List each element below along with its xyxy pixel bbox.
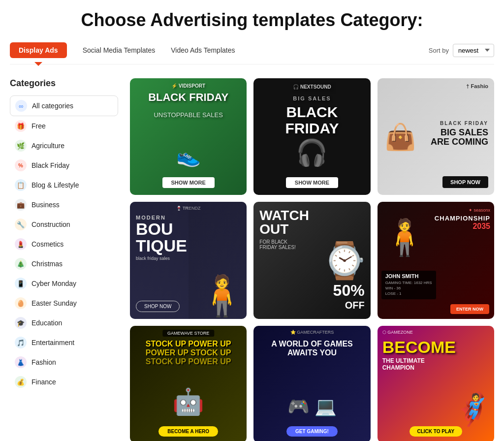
card-percent: 50% bbox=[333, 282, 365, 300]
sidebar-item-label-christmas: Christmas bbox=[32, 260, 63, 268]
card-game-icons: 🎮💻 bbox=[287, 396, 337, 417]
sidebar-item-all[interactable]: ∞ All categories bbox=[10, 95, 118, 116]
cybermonday-icon: 📱 bbox=[15, 278, 27, 289]
sidebar-item-business[interactable]: 💼 Business bbox=[10, 195, 118, 215]
ad-card-boutique[interactable]: 🍷 TRENDZ MODERN BOUTIQUE black friday sa… bbox=[130, 202, 247, 318]
business-icon: 💼 bbox=[15, 199, 27, 211]
card-cta[interactable]: SHOP NOW bbox=[136, 301, 180, 312]
card-cta[interactable]: GET GAMING! bbox=[286, 426, 338, 437]
sidebar-item-education[interactable]: 🎓 Education bbox=[10, 313, 118, 333]
card-year: 2035 bbox=[435, 222, 490, 231]
blog-icon: 📋 bbox=[15, 179, 27, 191]
education-icon: 🎓 bbox=[15, 317, 27, 329]
sidebar-item-blog[interactable]: 📋 Blog & Lifestyle bbox=[10, 175, 118, 195]
sidebar: Categories ∞ All categories 🎁 Free 🌿 Agr… bbox=[10, 78, 118, 441]
sidebar-item-label-construction: Construction bbox=[32, 220, 70, 228]
card-player-name: JOHN SMITH bbox=[385, 273, 432, 279]
sidebar-item-label-cosmetics: Cosmetics bbox=[32, 240, 63, 248]
card-line1: A WORLD OF GAMES bbox=[271, 340, 353, 348]
ad-card-gamezone[interactable]: ⬡ GAMEZONE BECOME THE ULTIMATECHAMPION 🦸… bbox=[378, 326, 494, 441]
sidebar-item-label-all: All categories bbox=[32, 102, 73, 110]
top-navigation: Display Ads Social Media Templates Video… bbox=[10, 42, 494, 64]
ad-card-bf-fashion[interactable]: † Fashio 👜 BLACK FRIDAY BIG SALESARE COM… bbox=[378, 78, 494, 195]
sort-label: Sort by bbox=[429, 47, 449, 54]
card-cta[interactable]: BECOME A HERO bbox=[158, 426, 218, 437]
ad-card-watch[interactable]: WATCHOUT FOR BLACKFRIDAY SALES! ⌚ 50% OF… bbox=[253, 202, 370, 318]
blackfriday-icon: % bbox=[15, 159, 27, 171]
card-sub: black friday sales bbox=[136, 256, 187, 261]
finance-icon: 💰 bbox=[15, 376, 27, 388]
card-line2: AWAITS YOU bbox=[271, 348, 353, 357]
sidebar-item-finance[interactable]: 💰 Finance bbox=[10, 372, 118, 392]
sort-select[interactable]: newest oldest popular bbox=[453, 44, 494, 57]
person-icon: 🧍 bbox=[197, 273, 247, 319]
card-brand: ⭐ GAMECRAFTERS bbox=[290, 330, 334, 335]
eastersunday-icon: 🥚 bbox=[15, 297, 27, 309]
card-title: CHAMPIONSHIP bbox=[435, 215, 490, 222]
card-cta[interactable]: SHOW MORE bbox=[162, 177, 215, 188]
page-title: Choose Advertising templates Category: bbox=[10, 10, 494, 31]
ad-grid-area: ⚡ VidiSport BLACK FRIDAY unstoppable sal… bbox=[130, 78, 494, 441]
card-big: BOUTIQUE bbox=[136, 220, 187, 254]
fashion-icon: 👗 bbox=[15, 356, 27, 368]
ad-grid: ⚡ VidiSport BLACK FRIDAY unstoppable sal… bbox=[130, 78, 494, 441]
sidebar-item-label-eastersunday: Easter Sunday bbox=[32, 299, 77, 307]
sidebar-item-fashion[interactable]: 👗 Fashion bbox=[10, 352, 118, 372]
card-brand: ✦ seasonx bbox=[435, 208, 490, 213]
ad-card-gamewave[interactable]: GAMEWAVE STORE STOCK UP POWER UP POWER U… bbox=[130, 326, 247, 441]
sidebar-item-blackfriday[interactable]: % Black Friday bbox=[10, 156, 118, 175]
ad-card-gamecrafters[interactable]: ⭐ GAMECRAFTERS A WORLD OF GAMES AWAITS Y… bbox=[253, 326, 370, 441]
card-line2: POWER UP STOCK UP bbox=[146, 348, 231, 357]
card-brand: ⚡ VidiSport bbox=[171, 83, 205, 89]
card-headline: BIG SALESARE COMING bbox=[431, 128, 488, 148]
ad-card-championship[interactable]: 🧍 ✦ seasonx CHAMPIONSHIP 2035 JOHN SMITH… bbox=[378, 202, 494, 318]
card-sub: THE ULTIMATECHAMPION bbox=[382, 357, 456, 371]
sidebar-item-label-agriculture: Agriculture bbox=[32, 142, 64, 150]
hero-image: 🤖 bbox=[172, 387, 204, 417]
card-cta[interactable]: ENTER NOW bbox=[450, 304, 489, 314]
christmas-icon: 🎄 bbox=[15, 258, 27, 270]
card-person-overlay: 🧍 bbox=[189, 202, 247, 318]
sidebar-item-label-business: Business bbox=[32, 201, 60, 209]
social-media-tab[interactable]: Social Media Templates bbox=[83, 42, 156, 58]
sidebar-item-label-fashion: Fashion bbox=[32, 358, 56, 366]
card-brand: 🎧 NEXTSOUND bbox=[293, 84, 331, 90]
card-stats: GAMING TIME: 1632 HRSWIN - 36LOSE - 1 bbox=[385, 280, 432, 297]
card-line3: STOCK UP POWER UP bbox=[146, 357, 231, 366]
sidebar-item-eastersunday[interactable]: 🥚 Easter Sunday bbox=[10, 293, 118, 313]
display-ads-tab[interactable]: Display Ads bbox=[10, 42, 67, 58]
free-icon: 🎁 bbox=[15, 120, 27, 132]
card-bag-image: 👜 bbox=[384, 122, 416, 152]
sidebar-item-label-blackfriday: Black Friday bbox=[32, 161, 69, 169]
sidebar-item-label-free: Free bbox=[32, 122, 46, 130]
card-big: BECOME bbox=[382, 339, 456, 355]
sidebar-item-label-blog: Blog & Lifestyle bbox=[32, 181, 79, 189]
construction-icon: 🔧 bbox=[15, 219, 27, 230]
sidebar-item-free[interactable]: 🎁 Free bbox=[10, 116, 118, 136]
hero-image: 🦸 bbox=[453, 391, 492, 428]
card-watch-out: WATCHOUT bbox=[259, 209, 309, 236]
card-sub: FOR BLACKFRIDAY SALES! bbox=[259, 239, 309, 250]
card-cta[interactable]: SHOP NOW bbox=[442, 176, 488, 188]
sidebar-item-label-education: Education bbox=[32, 319, 62, 327]
ad-card-bf-sound[interactable]: 🎧 NEXTSOUND BIG SALES BLACKFRIDAY 🎧 SHOW… bbox=[253, 78, 370, 195]
sidebar-item-cosmetics[interactable]: 💄 Cosmetics bbox=[10, 234, 118, 254]
person-image: 🧍 bbox=[382, 217, 427, 258]
card-big-label: BIG SALES bbox=[293, 95, 331, 101]
all-icon: ∞ bbox=[15, 100, 27, 112]
entertainment-icon: 🎵 bbox=[15, 337, 27, 348]
video-ads-tab[interactable]: Video Ads Templates bbox=[171, 42, 235, 58]
card-cta[interactable]: SHOW MORE bbox=[286, 177, 338, 188]
card-line1: STOCK UP POWER UP bbox=[146, 340, 231, 348]
sort-area: Sort by newest oldest popular bbox=[429, 44, 494, 57]
sidebar-item-agriculture[interactable]: 🌿 Agriculture bbox=[10, 136, 118, 156]
card-cta[interactable]: CLICK TO PLAY bbox=[410, 426, 463, 437]
ad-card-bf-sport[interactable]: ⚡ VidiSport BLACK FRIDAY unstoppable sal… bbox=[130, 78, 247, 195]
card-off: OFF bbox=[333, 300, 365, 311]
sidebar-item-construction[interactable]: 🔧 Construction bbox=[10, 215, 118, 234]
sidebar-item-cybermonday[interactable]: 📱 Cyber Monday bbox=[10, 274, 118, 293]
card-headline: BLACK FRIDAY bbox=[148, 92, 228, 103]
sidebar-item-christmas[interactable]: 🎄 Christmas bbox=[10, 254, 118, 274]
sidebar-item-entertainment[interactable]: 🎵 Entertainment bbox=[10, 333, 118, 352]
card-brand: † Fashio bbox=[466, 83, 488, 89]
